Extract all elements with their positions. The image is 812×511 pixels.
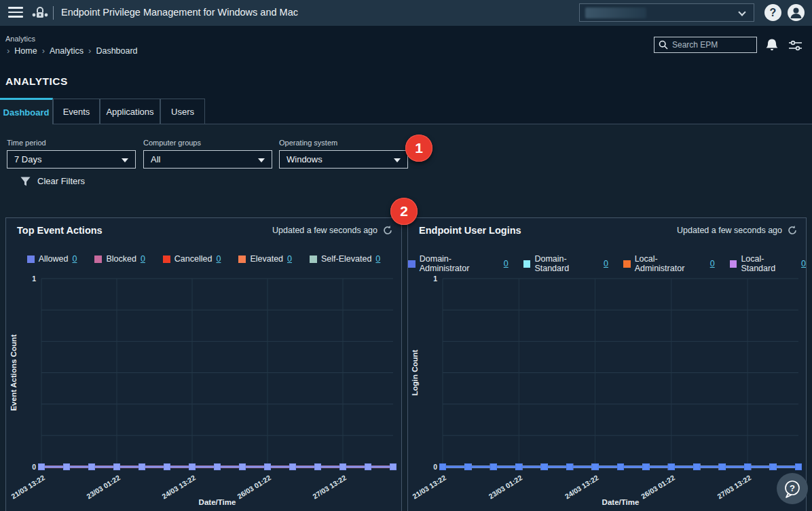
- breadcrumb-chevron-icon: ›: [88, 46, 91, 56]
- updated-text: Updated a few seconds ago: [677, 226, 782, 235]
- avatar[interactable]: [788, 4, 805, 21]
- filter-funnel-icon: [20, 177, 31, 186]
- user-icon: [788, 4, 805, 21]
- svg-text:27/03 13:22: 27/03 13:22: [716, 473, 752, 500]
- tenant-selector-dropdown[interactable]: [579, 3, 754, 22]
- legend-swatch: [94, 256, 102, 263]
- svg-text:26/03 01:22: 26/03 01:22: [236, 473, 272, 500]
- search-icon: [659, 40, 668, 52]
- event-actions-line-chart: 1021/03 13:2223/03 01:2224/03 13:2226/03…: [7, 271, 401, 511]
- svg-text:1: 1: [433, 275, 437, 283]
- svg-text:21/03 13:22: 21/03 13:22: [411, 473, 447, 500]
- svg-text:?: ?: [790, 483, 795, 493]
- tab-applications[interactable]: Applications: [100, 99, 160, 124]
- legend-swatch: [623, 260, 631, 268]
- legend-swatch: [238, 256, 246, 263]
- svg-text:0: 0: [32, 463, 36, 471]
- legend-swatch: [408, 260, 416, 268]
- callout-badge-1: 1: [405, 135, 432, 162]
- caret-down-icon: [122, 158, 128, 162]
- legend-value-link[interactable]: 0: [141, 254, 145, 264]
- legend-value-link[interactable]: 0: [710, 259, 715, 268]
- tab-users[interactable]: Users: [160, 99, 205, 124]
- legend-item-local-administrator: Local-Administrator0: [623, 254, 715, 273]
- card-top-event-actions: Top Event Actions Updated a few seconds …: [5, 217, 402, 511]
- notifications-bell-icon[interactable]: [765, 38, 779, 55]
- legend-swatch: [310, 256, 317, 263]
- legend-item-blocked: Blocked0: [94, 254, 145, 264]
- operating-system-value: Windows: [287, 154, 322, 164]
- legend-value-link[interactable]: 0: [375, 254, 380, 264]
- legend-item-allowed: Allowed0: [27, 254, 77, 264]
- legend-swatch: [27, 256, 35, 263]
- search-box: [654, 37, 757, 53]
- operating-system-label: Operating system: [279, 139, 337, 147]
- svg-text:23/03 01:22: 23/03 01:22: [487, 473, 523, 500]
- legend: Allowed0 Blocked0 Cancelled0 Elevated0 S…: [6, 254, 401, 264]
- legend: Domain-Administrator0 Domain-Standard0 L…: [408, 254, 806, 273]
- legend-value-link[interactable]: 0: [216, 254, 221, 264]
- user-logins-line-chart: 1021/03 13:2223/03 01:2224/03 13:2226/03…: [409, 271, 807, 511]
- card-title: Endpoint User Logins: [419, 225, 521, 236]
- legend-item-domain-standard: Domain-Standard0: [523, 254, 608, 273]
- chevron-down-icon: [738, 8, 745, 16]
- callout-badge-2: 2: [390, 198, 418, 225]
- legend-swatch: [163, 256, 170, 263]
- time-period-select[interactable]: 7 Days: [7, 150, 136, 169]
- support-chat-button[interactable]: ?: [777, 473, 808, 504]
- svg-text:1: 1: [32, 275, 36, 283]
- settings-sliders-icon[interactable]: [789, 40, 802, 54]
- help-button[interactable]: ?: [764, 4, 781, 21]
- search-input[interactable]: [654, 37, 757, 53]
- operating-system-select[interactable]: Windows: [279, 150, 408, 169]
- legend-value-link[interactable]: 0: [504, 259, 509, 268]
- computer-groups-value: All: [151, 154, 160, 164]
- legend-item-elevated: Elevated0: [238, 254, 292, 264]
- legend-item-self-elevated: Self-Elevated0: [310, 254, 380, 264]
- legend-swatch: [523, 260, 531, 268]
- divider: [53, 6, 54, 20]
- legend-value-link[interactable]: 0: [604, 259, 608, 268]
- time-period-label: Time period: [7, 139, 46, 147]
- caret-down-icon: [258, 158, 265, 162]
- tab-events[interactable]: Events: [53, 99, 100, 124]
- chat-question-icon: ?: [782, 478, 802, 499]
- breadcrumb-analytics[interactable]: Analytics: [50, 46, 84, 56]
- menu-icon[interactable]: [8, 7, 23, 18]
- svg-text:Login Count: Login Count: [411, 349, 419, 395]
- svg-text:Date/Time: Date/Time: [602, 498, 640, 506]
- legend-value-link[interactable]: 0: [287, 254, 292, 264]
- tenant-name-redacted: [585, 7, 646, 18]
- breadcrumb-dashboard[interactable]: Dashboard: [96, 46, 137, 56]
- svg-text:27/03 13:22: 27/03 13:22: [311, 473, 348, 500]
- legend-swatch: [730, 260, 737, 268]
- svg-text:24/03 13:22: 24/03 13:22: [564, 473, 600, 500]
- page-title: ANALYTICS: [5, 75, 68, 88]
- refresh-icon[interactable]: [788, 226, 797, 235]
- svg-text:Event Actions Count: Event Actions Count: [10, 334, 18, 411]
- computer-groups-select[interactable]: All: [143, 150, 272, 169]
- svg-text:26/03 01:22: 26/03 01:22: [640, 473, 676, 500]
- card-endpoint-user-logins: Endpoint User Logins Updated a few secon…: [407, 217, 807, 511]
- legend-item-domain-administrator: Domain-Administrator0: [408, 254, 509, 273]
- tab-dashboard[interactable]: Dashboard: [0, 98, 53, 124]
- refresh-icon[interactable]: [383, 226, 392, 235]
- time-period-value: 7 Days: [14, 154, 41, 164]
- breadcrumb-home[interactable]: Home: [14, 46, 37, 56]
- top-app-bar: Endpoint Privilege Management for Window…: [0, 0, 812, 26]
- section-label: Analytics: [5, 35, 35, 43]
- card-title: Top Event Actions: [17, 225, 103, 236]
- caret-down-icon: [394, 158, 401, 162]
- breadcrumb: › Home › Analytics › Dashboard: [7, 46, 138, 56]
- epm-logo-icon: [31, 5, 49, 23]
- clear-filters-label: Clear Filters: [37, 176, 85, 186]
- clear-filters-button[interactable]: Clear Filters: [20, 176, 85, 186]
- updated-text: Updated a few seconds ago: [272, 226, 377, 235]
- legend-value-link[interactable]: 0: [72, 254, 77, 264]
- svg-text:21/03 13:22: 21/03 13:22: [10, 473, 46, 500]
- legend-value-link[interactable]: 0: [801, 259, 806, 268]
- svg-text:24/03 13:22: 24/03 13:22: [160, 473, 197, 500]
- svg-text:23/03 01:22: 23/03 01:22: [85, 473, 122, 500]
- computer-groups-label: Computer groups: [143, 139, 201, 147]
- breadcrumb-chevron-icon: ›: [7, 46, 10, 56]
